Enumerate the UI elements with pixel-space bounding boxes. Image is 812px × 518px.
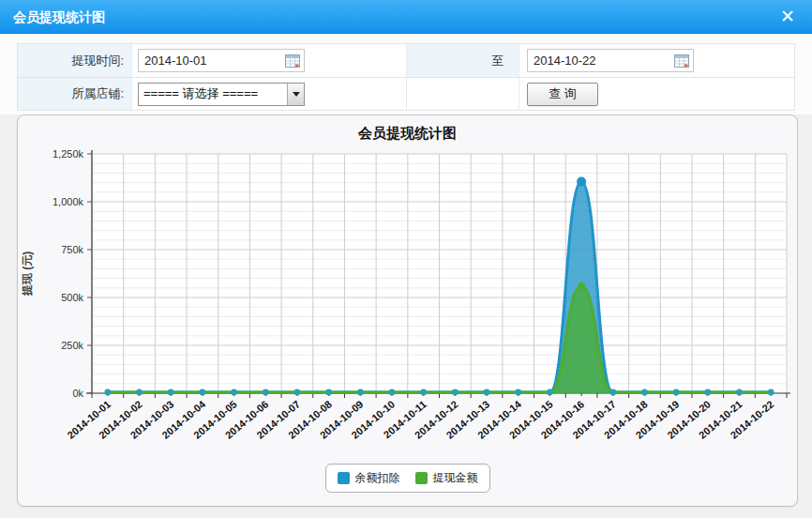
legend-label: 提现金额 (433, 470, 478, 486)
chart-canvas: 0k250k500k750k1,000k1,250k2014-10-012014… (18, 115, 799, 508)
filter-form: 提现时间: 至 (0, 35, 812, 114)
svg-text:0k: 0k (72, 388, 83, 399)
dialog-title: 会员提现统计图 (13, 0, 105, 34)
calendar-icon[interactable] (285, 53, 300, 68)
dialog-header: 会员提现统计图 ✕ (0, 0, 812, 34)
legend-item[interactable]: 提现金额 (415, 470, 478, 486)
legend-label: 余额扣除 (355, 470, 400, 486)
calendar-icon[interactable] (674, 53, 689, 68)
shop-select[interactable]: ===== 请选择 ===== (138, 83, 305, 106)
filter-table: 提现时间: 至 (17, 43, 795, 111)
close-icon[interactable]: ✕ (776, 6, 799, 28)
chart-title: 会员提现统计图 (18, 125, 797, 143)
withdraw-time-label: 提现时间: (18, 44, 132, 77)
date-from-cell (132, 44, 407, 77)
chart-panel: 0k250k500k750k1,000k1,250k2014-10-012014… (17, 114, 798, 507)
shop-select-cell: ===== 请选择 ===== (132, 78, 407, 110)
to-label: 至 (407, 44, 519, 77)
date-from-input[interactable] (138, 49, 305, 72)
svg-text:500k: 500k (61, 292, 83, 303)
svg-text:250k: 250k (61, 340, 83, 351)
query-cell: 查 询 (519, 78, 794, 110)
date-to-input[interactable] (527, 49, 694, 72)
svg-text:1,000k: 1,000k (53, 196, 84, 207)
svg-text:提现 (元): 提现 (元) (21, 251, 34, 297)
series-swatch (338, 472, 350, 484)
filter-row-dates: 提现时间: 至 (18, 44, 794, 77)
empty-cell (407, 78, 519, 110)
query-button[interactable]: 查 询 (527, 83, 598, 106)
date-to-cell (519, 44, 794, 77)
legend-item[interactable]: 余额扣除 (338, 470, 400, 486)
chevron-down-icon[interactable] (287, 84, 304, 105)
svg-text:1,250k: 1,250k (53, 148, 84, 160)
filter-row-shop: 所属店铺: ===== 请选择 ===== 查 询 (18, 77, 794, 110)
svg-text:750k: 750k (61, 244, 83, 255)
shop-label: 所属店铺: (18, 78, 132, 110)
series-swatch (415, 472, 428, 484)
chart-legend: 余额扣除 提现金额 (325, 464, 490, 493)
shop-select-value: ===== 请选择 ===== (139, 85, 287, 102)
